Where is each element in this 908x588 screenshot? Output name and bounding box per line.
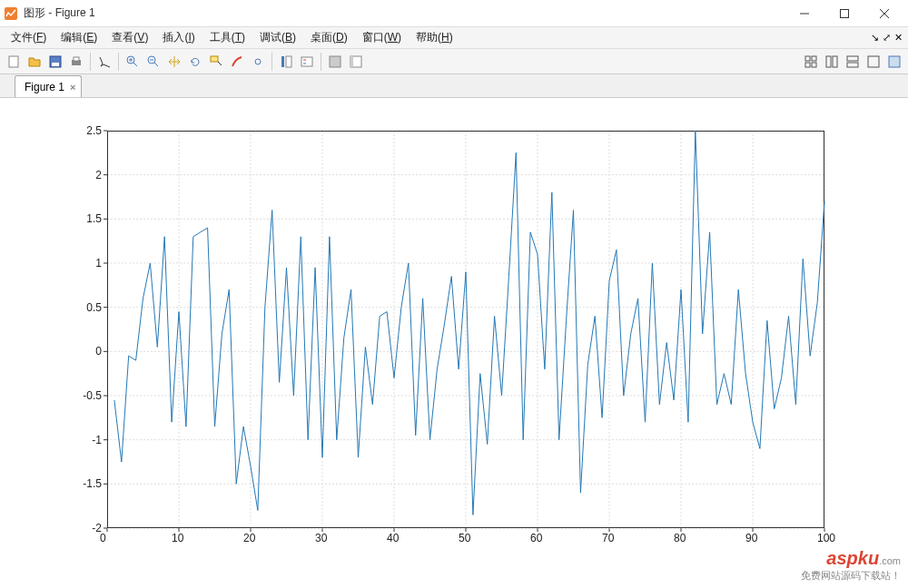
menu-d[interactable]: 桌面(D) xyxy=(303,28,355,47)
toolbar xyxy=(0,49,908,74)
svg-rect-5 xyxy=(9,56,18,67)
close-button[interactable] xyxy=(864,0,904,27)
zoom-in-button[interactable] xyxy=(123,52,143,72)
close-dock-icon[interactable]: ✕ xyxy=(894,32,903,44)
tab-label: Figure 1 xyxy=(25,81,64,93)
ytick-label: 0.5 xyxy=(86,301,102,314)
ytick-label: -1 xyxy=(92,434,102,446)
maximize-button[interactable] xyxy=(824,0,864,27)
xtick-label: 30 xyxy=(315,532,327,544)
menu-v[interactable]: 查看(V) xyxy=(104,28,155,47)
xtick-label: 80 xyxy=(674,532,686,544)
edit-plot-button[interactable] xyxy=(94,52,114,72)
ytick-label: -0.5 xyxy=(83,389,102,402)
svg-rect-32 xyxy=(833,56,837,67)
new-figure-button[interactable] xyxy=(4,52,24,72)
tile-2v-button[interactable] xyxy=(822,52,842,72)
svg-rect-29 xyxy=(805,63,810,67)
xtick-label: 0 xyxy=(100,532,106,544)
svg-rect-36 xyxy=(889,56,900,67)
menu-w[interactable]: 窗口(W) xyxy=(355,28,409,47)
tile-1-button[interactable] xyxy=(864,52,883,72)
dock-controls[interactable]: ↘ ⤢ ✕ xyxy=(871,32,903,44)
ytick-label: -1.5 xyxy=(83,477,102,490)
svg-line-15 xyxy=(154,63,158,66)
ytick-label: 1.5 xyxy=(86,212,102,225)
ytick-label: 2 xyxy=(95,169,102,181)
zoom-out-button[interactable] xyxy=(143,52,163,72)
svg-rect-30 xyxy=(812,63,816,67)
ytick-label: 2.5 xyxy=(86,124,102,137)
svg-rect-17 xyxy=(211,56,218,62)
brush-button[interactable] xyxy=(227,52,247,72)
data-cursor-button[interactable] xyxy=(206,52,226,72)
print-button[interactable] xyxy=(66,52,86,72)
svg-rect-79 xyxy=(108,132,824,528)
svg-rect-0 xyxy=(5,7,17,20)
figure-canvas[interactable]: -2-1.5-1-0.500.511.522.5 010203040506070… xyxy=(0,98,908,588)
line-chart xyxy=(107,131,824,528)
tab-figure-1[interactable]: Figure 1 × xyxy=(15,75,82,97)
svg-rect-20 xyxy=(286,56,291,67)
xtick-label: 90 xyxy=(745,532,757,544)
open-button[interactable] xyxy=(25,52,44,72)
window-title: 图形 - Figure 1 xyxy=(24,5,785,21)
svg-rect-27 xyxy=(805,56,810,61)
svg-rect-9 xyxy=(74,57,79,61)
maximize-plot-button[interactable] xyxy=(884,52,904,72)
svg-rect-35 xyxy=(868,56,879,67)
insert-colorbar-button[interactable] xyxy=(276,52,296,72)
svg-line-11 xyxy=(133,63,137,66)
save-button[interactable] xyxy=(45,52,65,72)
svg-rect-31 xyxy=(826,56,831,67)
xtick-label: 70 xyxy=(602,532,614,544)
insert-legend-button[interactable] xyxy=(297,52,317,72)
close-tab-icon[interactable]: × xyxy=(70,82,75,93)
menu-b[interactable]: 调试(B) xyxy=(252,28,303,47)
menu-i[interactable]: 插入(I) xyxy=(155,28,202,47)
xtick-label: 50 xyxy=(459,532,470,544)
svg-rect-19 xyxy=(281,56,284,67)
svg-rect-33 xyxy=(847,56,858,61)
menu-t[interactable]: 工具(T) xyxy=(202,28,252,47)
menu-f[interactable]: 文件(F) xyxy=(4,28,54,47)
ytick-label: 0 xyxy=(95,345,102,358)
tabstrip: Figure 1 × xyxy=(0,74,908,98)
menu-e[interactable]: 编辑(E) xyxy=(54,28,104,47)
svg-rect-26 xyxy=(350,56,353,67)
minimize-button[interactable] xyxy=(785,0,824,27)
svg-rect-34 xyxy=(847,63,858,67)
rotate-button[interactable] xyxy=(185,52,205,72)
xtick-label: 10 xyxy=(172,532,183,544)
titlebar: 图形 - Figure 1 xyxy=(0,0,908,27)
menubar: 文件(F)编辑(E)查看(V)插入(I)工具(T)调试(B)桌面(D)窗口(W)… xyxy=(0,27,908,49)
watermark: aspku.com 免费网站源码下载站！ xyxy=(801,548,901,583)
app-icon xyxy=(4,6,18,21)
svg-rect-21 xyxy=(301,57,312,66)
xtick-label: 20 xyxy=(243,532,255,544)
tile-2h-button[interactable] xyxy=(843,52,863,72)
svg-rect-2 xyxy=(841,9,849,17)
axes[interactable] xyxy=(107,131,824,528)
svg-rect-7 xyxy=(52,63,59,66)
ytick-label: 1 xyxy=(95,257,102,270)
show-tools-button[interactable] xyxy=(346,52,366,72)
tile-4-button[interactable] xyxy=(801,52,821,72)
xtick-label: 40 xyxy=(387,532,399,544)
undock-icon[interactable]: ↘ xyxy=(871,32,879,44)
hide-tools-button[interactable] xyxy=(325,52,345,72)
xtick-label: 100 xyxy=(817,532,835,544)
xtick-label: 60 xyxy=(530,532,542,544)
link-button[interactable] xyxy=(248,52,268,72)
svg-rect-28 xyxy=(812,56,816,61)
tab-list-dropdown[interactable] xyxy=(2,79,15,97)
svg-line-18 xyxy=(218,62,222,65)
menu-h[interactable]: 帮助(H) xyxy=(409,28,460,47)
pan-button[interactable] xyxy=(164,52,184,72)
svg-rect-24 xyxy=(330,56,340,67)
maximize-dock-icon[interactable]: ⤢ xyxy=(883,32,891,44)
